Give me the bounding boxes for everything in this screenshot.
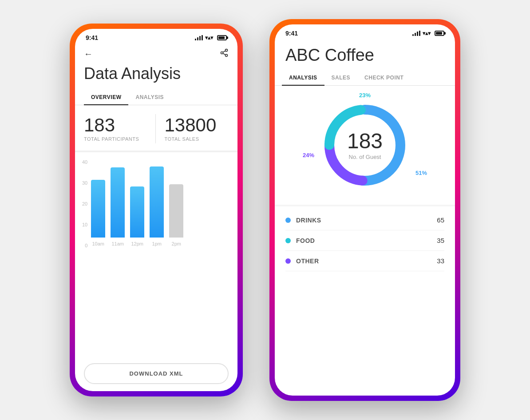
- donut-sublabel: No. of Guest: [347, 154, 383, 160]
- bar-12pm: 12pm: [130, 186, 144, 246]
- bar-12pm-fill: [130, 186, 144, 238]
- back-button[interactable]: ←: [84, 49, 93, 59]
- legend-name-food: FOOD: [296, 237, 437, 244]
- tabs-right: ANALYSIS SALES CHECK POINT: [275, 70, 455, 86]
- left-screen: 9:41 ▾▴▾ ←: [75, 29, 237, 391]
- left-phone: 9:41 ▾▴▾ ←: [70, 24, 243, 396]
- legend-other: OTHER 33: [285, 251, 444, 271]
- legend-food: FOOD 35: [285, 230, 444, 251]
- battery-icon-right: [435, 31, 444, 36]
- signal-icon: [195, 35, 203, 40]
- status-icons-left: ▾▴▾: [195, 35, 227, 41]
- wifi-icon-right: ▾▴▾: [423, 30, 431, 36]
- status-icons-right: ▾▴▾: [412, 30, 444, 36]
- legend-name-other: OTHER: [296, 258, 437, 265]
- bars-area: 10am 11am 12pm 1pm: [91, 159, 230, 257]
- bar-1pm-fill: [150, 166, 164, 238]
- legend-dot-other: [285, 258, 291, 264]
- legend-dot-drinks: [285, 218, 291, 223]
- participants-label: TOTAL PARTICIPANTS: [84, 136, 148, 142]
- legend-value-drinks: 65: [437, 216, 444, 224]
- status-time-right: 9:41: [285, 30, 298, 37]
- right-phone: 9:41 ▾▴▾ ABC Coffee ANALYSIS: [269, 19, 460, 401]
- chart-container: 40 30 20 10 0 10am 11am: [82, 159, 230, 257]
- participants-value: 183: [84, 116, 148, 135]
- wifi-icon: ▾▴▾: [205, 35, 213, 41]
- left-header: ←: [75, 45, 237, 61]
- donut-label-23: 23%: [359, 92, 371, 99]
- bar-1pm: 1pm: [150, 166, 164, 246]
- right-screen: 9:41 ▾▴▾ ABC Coffee ANALYSIS: [275, 24, 455, 396]
- donut-chart: 23% 51% 24% 183 No. of Gu: [316, 96, 414, 194]
- stat-sales: 13800 TOTAL SALES: [156, 114, 229, 143]
- signal-icon-right: [412, 31, 420, 36]
- bar-10am: 10am: [91, 180, 105, 246]
- status-bar-right: 9:41 ▾▴▾: [275, 24, 455, 40]
- app-title: ABC Coffee: [275, 40, 455, 70]
- battery-icon: [217, 35, 227, 40]
- donut-center: 183 No. of Guest: [347, 131, 383, 160]
- legend-drinks: DRINKS 65: [285, 210, 444, 230]
- share-icon[interactable]: [220, 48, 229, 59]
- legend-section: DRINKS 65 FOOD 35 OTHER 33: [275, 205, 455, 275]
- tab-overview[interactable]: OVERVIEW: [84, 90, 128, 105]
- status-time-left: 9:41: [86, 34, 98, 41]
- bar-chart: 40 30 20 10 0 10am 11am: [75, 152, 237, 358]
- tab-sales[interactable]: SALES: [324, 70, 358, 85]
- donut-label-24: 24%: [303, 152, 314, 158]
- legend-value-other: 33: [437, 257, 444, 265]
- svg-point-1: [221, 52, 223, 54]
- stat-participants: 183 TOTAL PARTICIPANTS: [84, 114, 156, 143]
- legend-dot-food: [285, 238, 291, 243]
- bar-2pm-fill: [169, 184, 183, 238]
- donut-section: 23% 51% 24% 183 No. of Gu: [275, 86, 455, 201]
- bar-11am-fill: [111, 167, 125, 238]
- status-bar-left: 9:41 ▾▴▾: [75, 29, 237, 45]
- svg-point-2: [225, 54, 228, 56]
- bar-2pm: 2pm: [169, 184, 183, 246]
- tab-analysis-left[interactable]: ANALYSIS: [128, 90, 171, 105]
- tab-checkpoint[interactable]: CHECK POINT: [357, 70, 411, 85]
- stats-section: 183 TOTAL PARTICIPANTS 13800 TOTAL SALES: [75, 105, 237, 152]
- tab-analysis-right[interactable]: ANALYSIS: [282, 70, 324, 85]
- svg-line-3: [223, 53, 225, 55]
- donut-label-51: 51%: [415, 170, 427, 176]
- tabs-left: OVERVIEW ANALYSIS: [75, 90, 237, 105]
- page-title: Data Analysis: [75, 61, 237, 90]
- y-axis: 40 30 20 10 0: [82, 159, 91, 248]
- legend-name-drinks: DRINKS: [296, 217, 437, 224]
- bar-11am: 11am: [111, 167, 125, 246]
- legend-value-food: 35: [437, 237, 444, 244]
- svg-point-0: [225, 49, 228, 52]
- svg-line-4: [223, 51, 225, 52]
- sales-label: TOTAL SALES: [165, 136, 229, 142]
- sales-value: 13800: [165, 116, 229, 135]
- bar-10am-fill: [91, 180, 105, 238]
- download-xml-button[interactable]: DOWNLOAD XML: [84, 363, 229, 384]
- donut-number: 183: [347, 131, 383, 152]
